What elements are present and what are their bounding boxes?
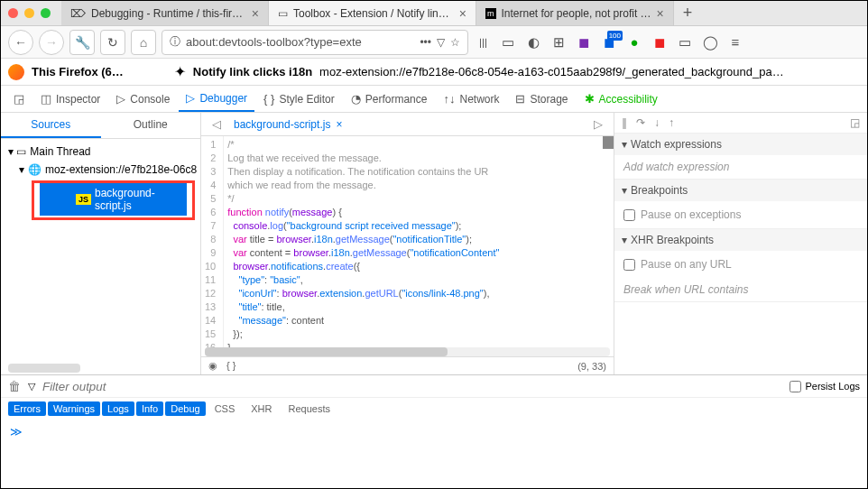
xhr-url-input[interactable]: Break when URL contains (614, 278, 867, 301)
breakpoints-section: ▾ Breakpoints Pause on exceptions (614, 180, 867, 229)
console-prompt[interactable]: ≫ (1, 420, 867, 444)
xhr-header[interactable]: ▾ XHR Breakpoints (614, 229, 867, 251)
toolbox-icon: ▭ (278, 7, 288, 20)
ext-icon[interactable]: ◐ (524, 33, 542, 51)
account-icon[interactable]: ◯ (701, 33, 719, 51)
source-file-selected[interactable]: JS background-script.js (40, 183, 187, 216)
step-over-icon[interactable]: ↷ (636, 116, 645, 129)
cat-xhr[interactable]: XHR (244, 401, 279, 416)
firefox-label: This Firefox (6… (32, 65, 124, 78)
forward-button[interactable]: → (39, 30, 64, 55)
hscrollbar[interactable] (205, 347, 610, 356)
bookmark-star-icon[interactable]: ☆ (450, 36, 460, 49)
back-button[interactable]: ← (8, 30, 33, 55)
favicon: m (485, 8, 496, 19)
editor-file-tab[interactable]: background-script.js× (226, 115, 349, 134)
pause-exceptions-checkbox[interactable]: Pause on exceptions (623, 207, 858, 223)
browser-tab[interactable]: ⌦ Debugging - Runtime / this-fire… × (61, 1, 269, 25)
pause-url-checkbox[interactable]: Pause on any URL (623, 256, 858, 272)
home-button[interactable]: ⌂ (131, 30, 156, 55)
minimize-window-button[interactable] (24, 8, 34, 18)
ext-icon[interactable]: ◼ (651, 33, 669, 51)
menu-icon[interactable]: ≡ (726, 33, 744, 51)
close-tab-icon[interactable]: × (459, 6, 466, 21)
code-editor[interactable]: 1234567891011121314151617 /* Log that we… (201, 136, 614, 347)
meatball-icon[interactable]: ••• (420, 36, 431, 49)
pocket-icon[interactable]: ▽ (437, 36, 445, 49)
extension-name: Notify link clicks i18n (193, 65, 312, 78)
extension-icon: ✦ (174, 63, 186, 80)
tab-style-editor[interactable]: { }Style Editor (256, 87, 342, 111)
browser-tab[interactable]: m Internet for people, not profit … × (476, 1, 674, 25)
toolbar-extensions: ⫼ ▭ ◐ ⊞ ◼ ◼100 ● ◼ ▭ ◯ ≡ (474, 33, 744, 51)
close-icon[interactable]: × (336, 118, 342, 131)
tab-performance[interactable]: ◔Performance (344, 87, 435, 111)
cat-requests[interactable]: Requests (282, 401, 337, 416)
debugger-right-panel: ‖ ↷ ↓ ↑ ◲ ▾ Watch expressions Add watch … (614, 113, 867, 374)
ext-icon[interactable]: ◼ (575, 33, 593, 51)
clear-console-icon[interactable]: 🗑 (8, 379, 21, 393)
file-highlight: JS background-script.js (32, 180, 195, 220)
cat-warnings[interactable]: Warnings (48, 401, 100, 416)
domain-item[interactable]: ▾ 🌐 moz-extension://e7fb218e-06c8 (1, 161, 200, 179)
dock-icon[interactable]: ◲ (6, 87, 32, 111)
close-window-button[interactable] (8, 8, 18, 18)
tab-title: Internet for people, not profit … (502, 7, 651, 20)
tab-storage[interactable]: ⊟Storage (508, 87, 575, 111)
scrollbar[interactable] (8, 364, 80, 373)
reload-button[interactable]: ↻ (100, 30, 125, 55)
vscroll-indicator[interactable] (603, 136, 614, 149)
ext-icon[interactable]: ● (625, 33, 643, 51)
globe-icon: 🌐 (28, 163, 42, 176)
close-tab-icon[interactable]: × (657, 6, 664, 21)
browser-tab-active[interactable]: ▭ Toolbox - Extension / Notify link… × (269, 1, 476, 25)
eye-icon[interactable]: ◉ (208, 360, 217, 372)
cat-debug[interactable]: Debug (165, 401, 205, 416)
breakpoints-header[interactable]: ▾ Breakpoints (614, 180, 867, 201)
persist-logs-checkbox[interactable]: Persist Logs (790, 381, 860, 392)
url-text: about:devtools-toolbox?type=exte (186, 35, 414, 49)
thread-item[interactable]: ▾ ▭ Main Thread (1, 143, 200, 161)
ext-icon[interactable]: ⊞ (549, 33, 568, 51)
info-icon[interactable]: ⓘ (170, 34, 180, 50)
ext-icon[interactable]: ◼100 (600, 33, 618, 51)
pause-icon[interactable]: ‖ (622, 116, 627, 129)
tab-accessibility[interactable]: ✱Accessibility (577, 87, 665, 111)
devtools-tabbar: ◲ ◫Inspector ▷Console ▷Debugger { }Style… (1, 86, 867, 113)
cat-logs[interactable]: Logs (102, 401, 134, 416)
maximize-window-button[interactable] (41, 8, 51, 18)
ext-icon[interactable]: ▭ (676, 33, 694, 51)
extension-url: moz-extension://e7fb218e-06c8-054e-a163-… (319, 65, 784, 78)
cat-info[interactable]: Info (136, 401, 163, 416)
filter-input[interactable] (42, 380, 782, 393)
tab-console[interactable]: ▷Console (109, 87, 177, 111)
sources-tabs: Sources Outline (1, 113, 200, 139)
reader-icon[interactable]: ▭ (499, 33, 517, 51)
tab-debugger[interactable]: ▷Debugger (179, 86, 254, 112)
close-tab-icon[interactable]: × (252, 6, 259, 21)
close-panel-icon[interactable]: ◲ (850, 116, 860, 129)
new-tab-button[interactable]: + (674, 1, 702, 25)
tab-title: Debugging - Runtime / this-fire… (91, 7, 246, 20)
braces-icon[interactable]: { } (226, 360, 235, 372)
cat-errors[interactable]: Errors (8, 401, 46, 416)
nav-back-icon[interactable]: ◁ (207, 117, 226, 131)
devtools-button[interactable]: 🔧 (69, 30, 95, 55)
sources-tab[interactable]: Sources (1, 113, 101, 138)
tab-network[interactable]: ↑↓Network (436, 87, 506, 111)
step-out-icon[interactable]: ↑ (669, 116, 674, 129)
split-console: 🗑 ▽ Persist Logs Errors Warnings Logs In… (1, 374, 867, 444)
filter-icon[interactable]: ▽ (28, 381, 35, 392)
sources-panel: Sources Outline ▾ ▭ Main Thread ▾ 🌐 moz-… (1, 113, 201, 374)
watch-header[interactable]: ▾ Watch expressions (614, 134, 867, 155)
url-bar[interactable]: ⓘ about:devtools-toolbox?type=exte ••• ▽… (162, 30, 468, 55)
outline-tab[interactable]: Outline (101, 113, 201, 138)
tab-inspector[interactable]: ◫Inspector (33, 87, 107, 111)
step-in-icon[interactable]: ↓ (654, 116, 660, 129)
nav-fwd-icon[interactable]: ▷ (588, 117, 608, 131)
js-badge: JS (76, 194, 91, 205)
cat-css[interactable]: CSS (208, 401, 243, 416)
firefox-icon (8, 64, 24, 80)
watch-add[interactable]: Add watch expression (614, 155, 867, 179)
library-icon[interactable]: ⫼ (474, 33, 492, 51)
